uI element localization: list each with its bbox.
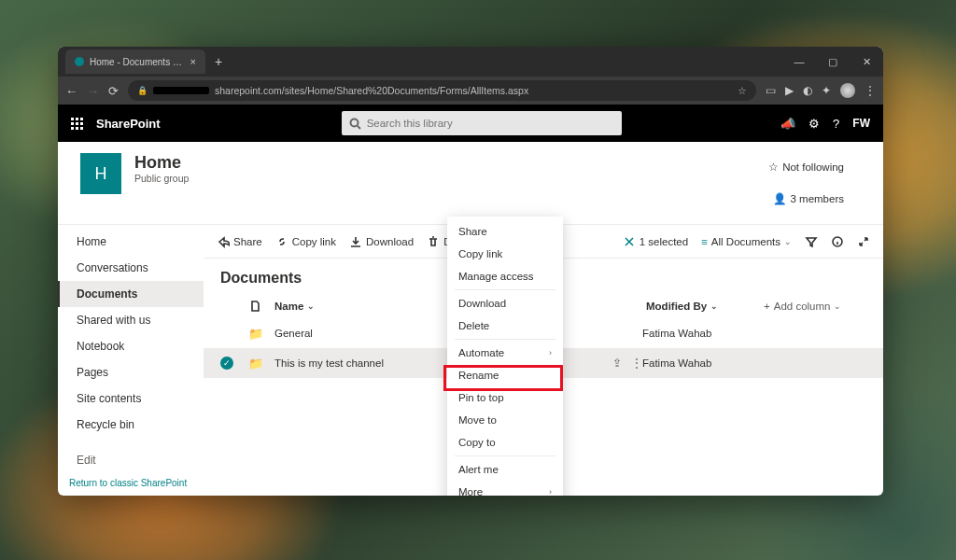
share-icon <box>217 235 230 248</box>
browser-window: Home - Documents - All Docum × + — ▢ ✕ ←… <box>58 47 883 496</box>
nav-home[interactable]: Home <box>58 229 204 255</box>
nav-shared[interactable]: Shared with us <box>58 307 204 333</box>
site-subtitle: Public group <box>134 173 189 184</box>
ctx-move[interactable]: Move to <box>447 409 563 431</box>
back-button[interactable]: ← <box>65 84 77 98</box>
ctx-pin[interactable]: Pin to top <box>447 386 563 409</box>
svg-line-1 <box>358 126 360 129</box>
item-modified-by: Fatima Wahab <box>642 328 764 339</box>
col-add-column[interactable]: + Add column⌄ <box>764 301 866 312</box>
url-redacted <box>153 87 209 94</box>
nav-site-contents[interactable]: Site contents <box>58 385 204 412</box>
svg-point-0 <box>350 119 358 126</box>
row-more-icon[interactable]: ⋮ <box>631 357 642 370</box>
sharepoint-suite-bar: SharePoint 📣 ⚙ ? FW <box>58 105 883 142</box>
maximize-button[interactable]: ▢ <box>816 47 850 77</box>
nav-edit[interactable]: Edit <box>58 447 204 473</box>
folder-icon <box>248 356 263 371</box>
search-icon <box>349 118 361 130</box>
cmd-share[interactable]: Share <box>217 235 262 248</box>
url-text: sharepoint.com/sites/Home/Shared%20Docum… <box>215 85 528 96</box>
profile-avatar[interactable] <box>840 83 855 98</box>
delete-icon <box>427 235 440 248</box>
search-box[interactable] <box>342 111 622 135</box>
site-logo[interactable]: H <box>80 153 121 194</box>
nav-notebook[interactable]: Notebook <box>58 333 204 359</box>
new-tab-button[interactable]: + <box>215 54 222 69</box>
col-type[interactable] <box>248 300 274 313</box>
content-area: Share Copy link Download Delete 1 select… <box>204 224 883 496</box>
sharepoint-brand[interactable]: SharePoint <box>96 117 161 131</box>
ctx-copylink[interactable]: Copy link <box>447 243 563 265</box>
x-icon <box>623 235 636 248</box>
forward-button[interactable]: → <box>87 84 99 98</box>
site-header: H Home Public group ☆Not following 👤3 me… <box>58 142 883 224</box>
ctx-rename[interactable]: Rename <box>447 364 563 386</box>
cmd-filter[interactable] <box>805 235 818 248</box>
follow-button[interactable]: ☆Not following <box>752 153 861 181</box>
ctx-automate[interactable]: Automate› <box>447 342 563 364</box>
folder-icon <box>248 326 263 341</box>
return-classic-link[interactable]: Return to classic SharePoint <box>69 478 187 488</box>
download-icon <box>349 235 362 248</box>
browser-titlebar: Home - Documents - All Docum × + — ▢ ✕ <box>58 47 883 77</box>
item-modified-by: Fatima Wahab <box>642 357 764 369</box>
cmd-copylink[interactable]: Copy link <box>275 235 336 248</box>
window-controls: — ▢ ✕ <box>782 47 883 77</box>
row-share-icon[interactable]: ⇪ <box>612 357 622 370</box>
nav-documents[interactable]: Documents <box>58 281 204 307</box>
megaphone-icon[interactable]: 📣 <box>780 117 795 131</box>
search-input[interactable] <box>367 118 614 129</box>
ext-icon-3[interactable]: ◐ <box>803 84 812 97</box>
settings-icon[interactable]: ⚙ <box>808 117 820 131</box>
ctx-manage-access[interactable]: Manage access <box>447 265 563 287</box>
site-title[interactable]: Home <box>134 153 189 173</box>
star-icon[interactable]: ☆ <box>738 85 747 97</box>
link-icon <box>275 235 288 248</box>
user-initials[interactable]: FW <box>852 117 870 130</box>
tab-title: Home - Documents - All Docum <box>90 57 185 67</box>
lock-icon: 🔒 <box>137 86 148 95</box>
cmd-info[interactable] <box>831 235 844 248</box>
browser-tab[interactable]: Home - Documents - All Docum × <box>65 49 205 74</box>
close-window-button[interactable]: ✕ <box>850 47 883 77</box>
left-nav: Home Conversations Documents Shared with… <box>58 224 204 496</box>
browser-toolbar: ← → ⟳ 🔒 sharepoint.com/sites/Home/Shared… <box>58 77 883 105</box>
ctx-copy[interactable]: Copy to <box>447 431 563 454</box>
cmd-expand[interactable] <box>857 235 870 248</box>
ext-icon-2[interactable]: ▶ <box>785 84 794 97</box>
info-icon <box>831 235 844 248</box>
nav-pages[interactable]: Pages <box>58 359 204 385</box>
ctx-alert[interactable]: Alert me <box>447 458 563 481</box>
extensions-icon[interactable]: ✦ <box>822 84 831 97</box>
file-icon <box>248 300 261 313</box>
ctx-more[interactable]: More› <box>447 481 563 496</box>
ctx-share[interactable]: Share <box>447 220 563 243</box>
minimize-button[interactable]: — <box>782 47 816 77</box>
chevron-right-icon: › <box>549 348 552 357</box>
browser-menu-icon[interactable]: ⋮ <box>865 84 876 97</box>
address-bar[interactable]: 🔒 sharepoint.com/sites/Home/Shared%20Doc… <box>128 80 756 101</box>
ctx-delete[interactable]: Delete <box>447 315 563 337</box>
nav-recycle-bin[interactable]: Recycle bin <box>58 412 204 438</box>
context-menu: Share Copy link Manage access Download D… <box>447 217 563 496</box>
item-name[interactable]: This is my test channel <box>274 357 384 369</box>
filter-icon <box>805 235 818 248</box>
ctx-download[interactable]: Download <box>447 292 563 315</box>
checkmark-icon[interactable]: ✓ <box>220 357 233 370</box>
chevron-right-icon: › <box>549 487 552 496</box>
col-modified-by[interactable]: Modified By⌄ <box>642 301 764 312</box>
star-outline-icon: ☆ <box>768 161 779 174</box>
tab-favicon <box>75 57 84 66</box>
help-icon[interactable]: ? <box>833 117 839 131</box>
cmd-view-switcher[interactable]: ≡All Documents⌄ <box>701 236 792 247</box>
cmd-download[interactable]: Download <box>349 235 414 248</box>
ext-icon-1[interactable]: ▭ <box>766 84 776 97</box>
close-tab-icon[interactable]: × <box>190 56 196 67</box>
nav-conversations[interactable]: Conversations <box>58 255 204 281</box>
app-launcher-icon[interactable] <box>71 118 83 130</box>
cmd-selected-count[interactable]: 1 selected <box>623 235 688 248</box>
members-button[interactable]: 👤3 members <box>752 185 861 213</box>
reload-button[interactable]: ⟳ <box>108 84 119 98</box>
people-icon: 👤 <box>773 192 786 205</box>
